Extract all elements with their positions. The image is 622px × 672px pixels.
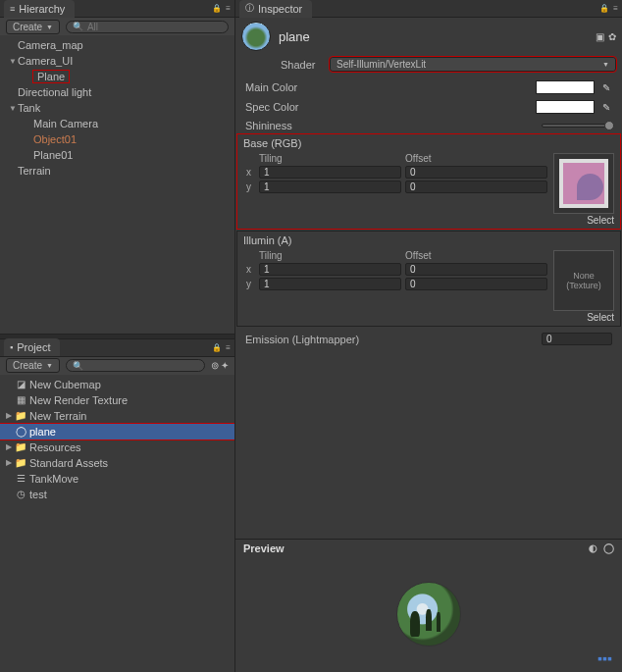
tiling-header: Tiling	[259, 250, 401, 261]
project-tab[interactable]: ▪ Project	[4, 338, 60, 356]
base-tiling-x[interactable]	[259, 166, 401, 179]
fold-icon[interactable]: ▼	[8, 57, 18, 66]
illumin-offset-x[interactable]	[405, 263, 547, 276]
hierarchy-item-label: Main Camera	[33, 118, 98, 129]
hierarchy-row[interactable]: Object01	[0, 131, 234, 147]
project-item-label: Resources	[29, 441, 81, 453]
folder-icon: 📁	[14, 456, 27, 470]
illumin-texture-select[interactable]: Select	[553, 311, 614, 323]
axis-y: y	[243, 279, 255, 289]
gear-icon[interactable]: ✿	[608, 31, 616, 42]
base-offset-y[interactable]	[405, 181, 547, 193]
project-row[interactable]: ☰TankMove	[0, 471, 234, 487]
hierarchy-search[interactable]: 🔍	[66, 21, 229, 33]
illumin-offset-y[interactable]	[405, 278, 547, 290]
chevron-down-icon: ▼	[46, 362, 53, 369]
more-icon[interactable]: ▪▪▪	[597, 650, 612, 666]
lock-icon[interactable]: 🔒	[212, 4, 222, 13]
illumin-tiling-x[interactable]	[259, 263, 401, 276]
illumin-tiling-y[interactable]	[259, 278, 401, 290]
emission-input[interactable]	[542, 333, 612, 345]
fold-icon[interactable]: ▶	[4, 411, 14, 420]
hierarchy-row[interactable]: Directional light	[0, 84, 234, 100]
hierarchy-row[interactable]: Plane	[0, 69, 234, 84]
base-texture-slot[interactable]	[553, 153, 614, 214]
lock-icon[interactable]: 🔒	[212, 343, 222, 352]
hierarchy-row[interactable]: Terrain	[0, 163, 234, 179]
rendertex-icon: ▦	[14, 393, 27, 407]
eyedropper-icon[interactable]: ✎	[600, 101, 612, 113]
lock-icon[interactable]: 🔒	[599, 4, 609, 13]
menu-icon[interactable]: ≡	[613, 4, 618, 13]
hierarchy-tree[interactable]: Camera_map▼Camera_UIPlaneDirectional lig…	[0, 35, 234, 334]
hierarchy-row[interactable]: Camera_map	[0, 37, 234, 53]
hierarchy-row[interactable]: Main Camera	[0, 116, 234, 131]
tag-icon[interactable]: ✦	[221, 360, 229, 371]
chevron-down-icon: ▼	[602, 61, 609, 68]
hierarchy-item-label: Terrain	[18, 165, 51, 177]
shader-value: Self-Illumin/VertexLit	[337, 59, 426, 70]
material-name: plane	[279, 29, 310, 44]
menu-icon[interactable]: ≡	[226, 343, 231, 352]
shininess-slider[interactable]	[542, 124, 612, 128]
help-icon[interactable]: ▣	[596, 31, 604, 42]
base-offset-x[interactable]	[405, 166, 547, 179]
main-color-swatch[interactable]	[536, 80, 595, 94]
project-search[interactable]: 🔍	[66, 359, 205, 372]
material-preview-thumb	[241, 22, 271, 51]
filter-icon[interactable]: ⊚	[211, 360, 219, 371]
project-row[interactable]: ▶📁Standard Assets	[0, 455, 234, 471]
base-texture-select[interactable]: Select	[553, 214, 614, 226]
hierarchy-item-label: Plane01	[33, 149, 73, 161]
hierarchy-item-label: Camera_map	[18, 39, 83, 51]
hierarchy-item-label: Plane	[33, 71, 69, 82]
axis-x: x	[243, 167, 255, 178]
project-tree[interactable]: ◪New Cubemap▦New Render Texture▶📁New Ter…	[0, 375, 234, 673]
project-create-dropdown[interactable]: Create ▼	[6, 358, 60, 373]
project-row[interactable]: ▶📁Resources	[0, 439, 234, 455]
project-row[interactable]: ◷test	[0, 487, 234, 502]
project-row[interactable]: ▶📁New Terrain	[0, 408, 234, 424]
project-row[interactable]: ◯plane	[0, 424, 234, 439]
fold-icon[interactable]: ▶	[4, 458, 14, 467]
preview-light-icon[interactable]: ◯	[603, 543, 614, 553]
base-tiling-y[interactable]	[259, 181, 401, 193]
project-item-label: New Cubemap	[29, 379, 101, 390]
tiling-header: Tiling	[259, 153, 401, 164]
project-search-input[interactable]	[87, 360, 166, 371]
project-item-label: Standard Assets	[29, 457, 108, 469]
search-icon: 🔍	[73, 22, 83, 31]
hierarchy-row[interactable]: ▼Camera_UI	[0, 53, 234, 69]
illumin-section-title: Illumin (A)	[243, 234, 614, 250]
project-row[interactable]: ◪New Cubemap	[0, 377, 234, 392]
illumin-texture-slot[interactable]: None (Texture)	[553, 250, 614, 311]
emission-label: Emission (Lightmapper)	[245, 334, 536, 345]
preview-sphere	[396, 582, 461, 646]
preview-area[interactable]: ▪▪▪	[235, 556, 622, 672]
hierarchy-search-input[interactable]	[87, 22, 166, 32]
hierarchy-tab-label: Hierarchy	[19, 3, 65, 15]
scene-icon: ◷	[14, 488, 27, 501]
hierarchy-tab[interactable]: ≡ Hierarchy	[4, 0, 75, 18]
project-row[interactable]: ▦New Render Texture	[0, 392, 234, 408]
shader-dropdown[interactable]: Self-Illumin/VertexLit ▼	[330, 57, 616, 72]
fold-icon[interactable]: ▶	[4, 442, 14, 451]
eyedropper-icon[interactable]: ✎	[600, 81, 612, 93]
create-label: Create	[13, 22, 42, 32]
chevron-down-icon: ▼	[46, 24, 53, 30]
hierarchy-row[interactable]: Plane01	[0, 147, 234, 163]
spec-color-swatch[interactable]	[536, 100, 595, 114]
preview-grid-icon[interactable]: ◐	[589, 543, 597, 553]
inspector-tab[interactable]: ⓘ Inspector	[239, 0, 312, 18]
project-item-label: New Terrain	[29, 410, 87, 422]
fold-icon[interactable]: ▼	[8, 104, 18, 113]
project-icon: ▪	[10, 342, 13, 352]
script-icon: ☰	[14, 472, 27, 486]
hierarchy-item-label: Directional light	[18, 86, 91, 98]
hierarchy-create-dropdown[interactable]: Create ▼	[6, 20, 60, 34]
shininess-label: Shininess	[245, 120, 536, 131]
hierarchy-row[interactable]: ▼Tank	[0, 100, 234, 116]
hierarchy-item-label: Object01	[33, 133, 77, 145]
illumin-none-text: None (Texture)	[566, 271, 601, 290]
menu-icon[interactable]: ≡	[226, 4, 231, 13]
